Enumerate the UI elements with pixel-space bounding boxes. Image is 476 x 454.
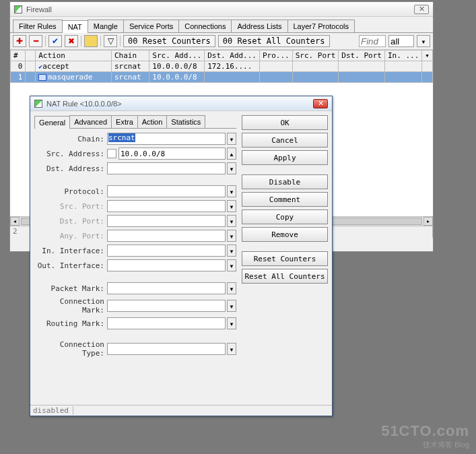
app-icon <box>14 5 22 13</box>
connection-type-label: Connection Type: <box>34 340 104 358</box>
scroll-left-icon[interactable]: ◂ <box>10 217 20 226</box>
disable-button[interactable]: Disable <box>242 174 328 189</box>
dialog-tabs: General Advanced Extra Action Statistics <box>34 115 236 129</box>
src-address-up[interactable] <box>227 148 236 160</box>
dst-address-dropdown[interactable] <box>227 162 236 174</box>
tab-extra[interactable]: Extra <box>111 115 138 128</box>
dst-port-dropdown[interactable] <box>227 215 236 227</box>
firewall-tabs: Filter Rules NAT Mangle Service Ports Co… <box>10 17 433 33</box>
reset-all-counters-button[interactable]: Reset All Counters <box>242 269 328 284</box>
form-general: Chain: srcnat Src. Address: Dst. Address… <box>34 129 236 401</box>
connection-type-dropdown[interactable] <box>227 343 236 355</box>
add-button[interactable]: ✚ <box>13 35 26 47</box>
protocol-field[interactable] <box>107 185 226 197</box>
dialog-status-text: disabled <box>33 406 73 415</box>
disable-button[interactable]: ✖ <box>65 35 78 47</box>
protocol-label: Protocol: <box>34 187 104 196</box>
reset-counters-button[interactable]: Reset Counters <box>242 251 328 266</box>
close-icon[interactable]: ✕ <box>414 5 429 14</box>
copy-button[interactable]: Copy <box>242 209 328 224</box>
comment-button[interactable]: Comment <box>242 192 328 207</box>
tab-statistics[interactable]: Statistics <box>166 115 205 128</box>
tab-address-lists[interactable]: Address Lists <box>231 20 287 32</box>
masquerade-icon <box>38 74 46 81</box>
cancel-button[interactable]: Cancel <box>242 133 328 148</box>
reset-all-counters-button[interactable]: 00 Reset All Counters <box>218 35 330 47</box>
packet-mark-dropdown[interactable] <box>227 282 236 294</box>
tab-general[interactable]: General <box>34 116 70 129</box>
nat-rule-dialog: NAT Rule <10.0.0.0/8> ✕ General Advanced… <box>30 96 333 416</box>
enable-button[interactable]: ✔ <box>48 35 62 47</box>
firewall-toolbar: ✚ ━ ✔ ✖ ▽ 00 Reset Counters 00 Reset All… <box>10 33 433 50</box>
chain-label: Chain: <box>34 135 104 143</box>
out-interface-field[interactable] <box>107 259 226 271</box>
src-address-invert[interactable] <box>107 149 116 158</box>
in-interface-field[interactable] <box>107 245 226 257</box>
src-address-field[interactable] <box>118 148 226 160</box>
any-port-dropdown[interactable] <box>227 230 236 242</box>
filter-dropdown[interactable] <box>417 35 430 47</box>
routing-mark-field[interactable] <box>107 317 226 329</box>
tab-filter-rules[interactable]: Filter Rules <box>13 20 63 32</box>
table-header[interactable]: # Action Chain Src. Add... Dst. Add... P… <box>11 51 433 61</box>
tab-mangle[interactable]: Mangle <box>88 20 124 32</box>
nat-table: # Action Chain Src. Add... Dst. Add... P… <box>10 50 433 83</box>
firewall-titlebar[interactable]: Firewall ✕ <box>10 2 433 17</box>
close-icon[interactable]: ✕ <box>313 99 328 108</box>
out-interface-label: Out. Interface: <box>34 261 104 270</box>
remove-button[interactable]: ━ <box>29 35 42 47</box>
packet-mark-label: Packet Mark: <box>34 284 104 293</box>
reset-counters-button[interactable]: 00 Reset Counters <box>123 35 215 47</box>
filter-select[interactable] <box>388 35 414 47</box>
dst-port-field[interactable] <box>107 215 226 227</box>
tab-action[interactable]: Action <box>137 115 168 128</box>
in-interface-label: In. Interface: <box>34 247 104 255</box>
out-interface-dropdown[interactable] <box>227 259 236 271</box>
window-title: Firewall <box>26 5 410 13</box>
routing-mark-label: Routing Mark: <box>34 319 104 328</box>
connection-mark-label: Connection Mark: <box>34 297 104 315</box>
dst-address-label: Dst. Address: <box>34 164 104 173</box>
src-address-label: Src. Address: <box>34 150 104 158</box>
chain-field[interactable]: srcnat <box>107 133 226 145</box>
watermark: 51CTO.com 技术博客 Blog <box>381 422 469 450</box>
src-port-dropdown[interactable] <box>227 200 236 212</box>
packet-mark-field[interactable] <box>107 282 226 294</box>
in-interface-dropdown[interactable] <box>227 245 236 257</box>
chain-dropdown[interactable] <box>227 133 236 145</box>
dialog-title: NAT Rule <10.0.0.0/8> <box>46 100 309 108</box>
tab-connections[interactable]: Connections <box>178 20 232 32</box>
tab-layer7[interactable]: Layer7 Protocols <box>287 20 355 32</box>
dialog-status: disabled <box>30 405 332 416</box>
routing-mark-dropdown[interactable] <box>227 317 236 329</box>
dst-port-label: Dst. Port: <box>34 217 104 226</box>
table-row[interactable]: 1 masquerade srcnat 10.0.0.0/8 <box>11 72 433 83</box>
connection-mark-field[interactable] <box>107 300 226 312</box>
remove-button[interactable]: Remove <box>242 227 328 242</box>
dialog-side-buttons: OK Cancel Apply Disable Comment Copy Rem… <box>242 115 328 401</box>
dst-address-field[interactable] <box>107 162 226 174</box>
src-port-label: Src. Port: <box>34 202 104 211</box>
connection-mark-dropdown[interactable] <box>227 300 236 312</box>
table-row[interactable]: 0 accept srcnat 10.0.0.0/8 172.16.... <box>11 61 433 72</box>
comment-button[interactable] <box>84 35 98 47</box>
tab-advanced[interactable]: Advanced <box>69 115 112 128</box>
any-port-field[interactable] <box>107 230 226 242</box>
tab-service-ports[interactable]: Service Ports <box>123 20 179 32</box>
src-port-field[interactable] <box>107 200 226 212</box>
ok-button[interactable]: OK <box>242 115 328 130</box>
apply-button[interactable]: Apply <box>242 150 328 165</box>
connection-type-field[interactable] <box>107 343 226 355</box>
scroll-right-icon[interactable]: ▸ <box>423 217 433 226</box>
app-icon <box>34 100 42 108</box>
dialog-titlebar[interactable]: NAT Rule <10.0.0.0/8> ✕ <box>30 96 332 111</box>
any-port-label: Any. Port: <box>34 232 104 240</box>
filter-button[interactable]: ▽ <box>104 35 117 47</box>
protocol-dropdown[interactable] <box>227 185 236 197</box>
tab-nat[interactable]: NAT <box>62 20 88 33</box>
find-input[interactable] <box>359 35 386 47</box>
